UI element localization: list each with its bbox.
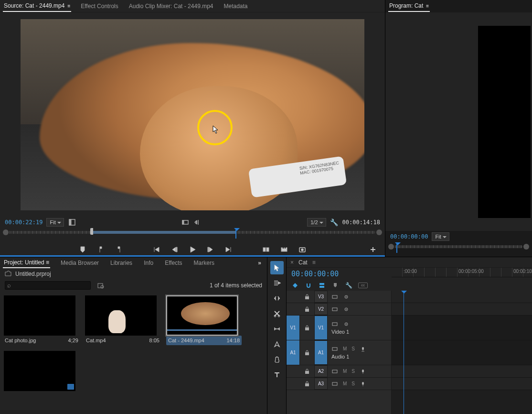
snap-icon[interactable] — [305, 282, 312, 289]
tab-markers[interactable]: Markers — [193, 258, 215, 268]
drag-video-only-icon[interactable] — [181, 218, 190, 227]
program-zoom-dropdown[interactable]: Fit — [432, 232, 449, 241]
project-item-sequence[interactable] — [4, 351, 79, 391]
timeline-playhead[interactable] — [404, 291, 404, 414]
toggle-track-output-icon[interactable] — [343, 321, 350, 327]
source-current-time[interactable]: 00:00:22:19 — [5, 219, 43, 226]
source-patch-a1[interactable]: A1 — [287, 340, 300, 365]
toggle-sync-lock-icon[interactable] — [331, 346, 338, 352]
settings-viewer-icon[interactable] — [68, 218, 76, 227]
menu-icon[interactable]: ≡ — [67, 3, 70, 9]
track-select-tool-icon[interactable] — [270, 276, 284, 290]
button-editor-icon[interactable] — [368, 244, 378, 255]
voiceover-icon[interactable] — [360, 381, 366, 387]
source-patch-v1[interactable]: V1 — [287, 316, 300, 340]
menu-icon[interactable]: ≡ — [426, 3, 429, 9]
step-back-icon[interactable] — [169, 244, 180, 255]
mark-out-icon[interactable] — [114, 244, 124, 255]
insert-icon[interactable] — [261, 244, 271, 255]
tab-project[interactable]: Project: Untitled ≡ — [3, 258, 50, 268]
toggle-track-output-icon[interactable] — [343, 294, 350, 300]
track-target-v1[interactable]: V1 — [314, 316, 328, 340]
tab-effect-controls[interactable]: Effect Controls — [80, 1, 119, 11]
menu-icon[interactable]: ≡ — [312, 259, 316, 266]
toggle-sync-lock-icon[interactable] — [331, 321, 338, 327]
program-monitor[interactable] — [478, 26, 531, 218]
overflow-icon[interactable]: » — [258, 260, 261, 266]
source-zoom-dropdown[interactable]: Fit — [46, 218, 64, 227]
solo-button[interactable]: S — [351, 346, 355, 351]
step-forward-icon[interactable] — [205, 244, 216, 255]
lock-icon[interactable] — [300, 294, 314, 300]
slip-tool-icon[interactable] — [270, 322, 284, 336]
tab-libraries[interactable]: Libraries — [109, 258, 133, 268]
ripple-edit-tool-icon[interactable] — [270, 292, 284, 305]
track-label[interactable]: V3 — [314, 291, 328, 303]
selection-tool-icon[interactable] — [270, 261, 284, 274]
go-to-out-icon[interactable] — [223, 244, 234, 255]
toggle-sync-lock-icon[interactable] — [331, 294, 338, 300]
program-current-time[interactable]: 00:00:00:00 — [390, 233, 428, 240]
project-item-selected[interactable]: Cat - 2449.mp414:18 — [166, 295, 242, 345]
mark-in-icon[interactable] — [96, 244, 106, 255]
track-target-a1[interactable]: A1 — [314, 340, 328, 365]
project-item[interactable]: Cat photo.jpg4;29 — [4, 295, 79, 345]
solo-button[interactable]: S — [351, 381, 355, 386]
type-tool-icon[interactable] — [270, 368, 284, 381]
mute-button[interactable]: M — [343, 369, 347, 374]
source-time-ruler[interactable] — [0, 228, 385, 242]
lock-icon[interactable] — [300, 369, 314, 374]
play-icon[interactable] — [187, 244, 198, 255]
track-label[interactable]: A3 — [314, 378, 328, 390]
source-playhead[interactable] — [234, 228, 240, 236]
mute-button[interactable]: M — [343, 346, 347, 351]
voiceover-icon[interactable] — [360, 346, 366, 352]
tab-program[interactable]: Program: Cat≡ — [388, 0, 430, 12]
tab-metadata[interactable]: Metadata — [223, 1, 248, 11]
source-quality-dropdown[interactable]: 1/2 — [307, 218, 326, 227]
overwrite-icon[interactable] — [279, 244, 289, 255]
add-marker-icon[interactable] — [331, 282, 339, 289]
tab-sequence[interactable]: Cat — [298, 259, 308, 266]
track-label[interactable]: A2 — [314, 365, 328, 377]
lock-icon[interactable] — [300, 325, 314, 331]
program-time-ruler[interactable] — [385, 242, 532, 257]
timeline-ruler[interactable]: :00:00 00:00:05:00 00:00:10:00 — [392, 268, 532, 277]
lock-icon[interactable] — [300, 350, 314, 356]
program-playhead[interactable] — [395, 242, 401, 250]
in-point-handle[interactable] — [90, 228, 93, 235]
toggle-track-output-icon[interactable] — [343, 306, 350, 312]
linked-selection-icon[interactable] — [318, 282, 326, 289]
bin-icon[interactable] — [5, 271, 11, 278]
voiceover-icon[interactable] — [360, 369, 366, 374]
pen-tool-icon[interactable] — [270, 338, 284, 351]
toggle-sync-lock-icon[interactable] — [331, 381, 338, 387]
close-icon[interactable]: × — [290, 259, 294, 266]
solo-button[interactable]: S — [351, 369, 355, 374]
tab-info[interactable]: Info — [143, 258, 154, 268]
razor-tool-icon[interactable] — [270, 307, 284, 320]
project-item[interactable]: Cat.mp48:05 — [85, 295, 160, 345]
add-marker-icon[interactable] — [77, 244, 88, 255]
lock-icon[interactable] — [300, 381, 314, 387]
toggle-sync-lock-icon[interactable] — [331, 306, 338, 312]
nest-icon[interactable] — [291, 282, 299, 289]
tab-effects[interactable]: Effects — [164, 258, 183, 268]
source-monitor[interactable] — [21, 19, 364, 210]
timeline-tracks-area[interactable] — [392, 291, 532, 414]
go-to-in-icon[interactable] — [151, 244, 161, 255]
menu-icon[interactable]: ≡ — [46, 259, 49, 266]
captions-icon[interactable]: cc — [358, 283, 368, 288]
lock-icon[interactable] — [300, 306, 314, 312]
tab-source[interactable]: Source: Cat - 2449.mp4≡ — [3, 0, 71, 12]
toggle-sync-lock-icon[interactable] — [331, 369, 338, 374]
hand-tool-icon[interactable] — [270, 353, 284, 366]
timeline-current-time[interactable]: 00:00:00:00 — [291, 270, 339, 278]
tab-audio-mixer[interactable]: Audio Clip Mixer: Cat - 2449.mp4 — [128, 1, 214, 11]
new-bin-search-icon[interactable] — [96, 281, 105, 290]
export-frame-icon[interactable] — [297, 244, 308, 255]
drag-audio-only-icon[interactable] — [193, 218, 202, 227]
search-input[interactable] — [5, 281, 91, 290]
wrench-icon[interactable]: 🔧 — [330, 218, 339, 227]
tab-media-browser[interactable]: Media Browser — [60, 258, 100, 268]
